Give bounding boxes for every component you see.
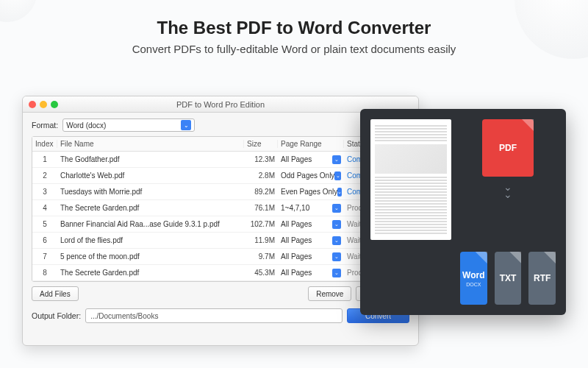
row-filename: 5 pence of the moon.pdf (57, 252, 244, 261)
chevron-down-icon: ⌄ (332, 220, 341, 229)
add-files-button[interactable]: Add Files (32, 286, 79, 301)
table-row[interactable]: 8The Secrete Garden.pdf45.3MAll Pages⌄Pr… (32, 265, 409, 281)
row-filename: Tuesdays with Morrie.pdf (57, 188, 244, 196)
row-filename: The Godfather.pdf (57, 155, 244, 163)
chevron-down-icon: ⌄ (334, 171, 341, 180)
word-label: Word (462, 270, 484, 280)
row-size: 45.3M (244, 269, 278, 277)
col-size: Size (244, 140, 278, 148)
document-preview (370, 119, 451, 240)
row-index: 1 (32, 155, 57, 163)
col-index: Index (32, 140, 57, 148)
row-page-range[interactable]: All Pages⌄ (278, 155, 344, 164)
table-row[interactable]: 2Charlotte's Web.pdf2.8MOdd Pages Only⌄C… (32, 168, 409, 184)
row-index: 5 (32, 220, 57, 228)
row-filename: The Secrete Garden.pdf (57, 204, 244, 212)
file-table: Index File Name Size Page Range Status 1… (32, 136, 409, 282)
chevron-down-icon: ⌄ (332, 155, 341, 164)
col-range: Page Range (278, 140, 344, 148)
table-row[interactable]: 6Lord of the flies.pdf11.9MAll Pages⌄Wai… (32, 233, 409, 249)
row-size: 76.1M (244, 204, 278, 212)
output-path: .../Documents/Books (90, 312, 158, 320)
row-size: 9.7M (244, 252, 278, 261)
row-filename: Charlotte's Web.pdf (57, 171, 244, 180)
row-index: 3 (32, 188, 57, 196)
format-value: Word (docx) (66, 121, 106, 130)
hero-subtitle: Convert PDFs to fully-editable Word or p… (0, 43, 588, 55)
rtf-label: RTF (534, 273, 551, 283)
row-size: 89.2M (244, 188, 278, 196)
row-page-range[interactable]: Even Pages Only⌄ (278, 188, 344, 197)
row-index: 8 (32, 269, 57, 277)
pdf-label: PDF (499, 143, 517, 153)
txt-label: TXT (500, 273, 517, 283)
rtf-format-icon: RTF (528, 252, 556, 305)
row-size: 11.9M (244, 236, 278, 244)
row-size: 102.7M (244, 220, 278, 228)
chevron-down-icon: ⌄ (332, 236, 341, 245)
table-row[interactable]: 5Banner Financial Aid Raa...ase Guide 9.… (32, 216, 409, 233)
output-folder-field[interactable]: .../Documents/Books (85, 308, 343, 323)
row-page-range[interactable]: 1~4,7,10⌄ (278, 204, 344, 213)
titlebar: PDF to Word Pro Edition (23, 96, 418, 113)
row-filename: The Secrete Garden.pdf (57, 269, 244, 277)
chevron-down-icon: ⌄ (332, 252, 341, 261)
output-label: Output Folder: (32, 311, 81, 320)
col-name: File Name (57, 140, 244, 148)
row-page-range[interactable]: All Pages⌄ (278, 269, 344, 277)
remove-button[interactable]: Remove (308, 286, 351, 301)
chevron-down-icon: ⌄ (332, 204, 341, 213)
table-row[interactable]: 1The Godfather.pdf12.3MAll Pages⌄Complet… (32, 152, 409, 168)
row-size: 12.3M (244, 155, 278, 163)
row-page-range[interactable]: All Pages⌄ (278, 220, 344, 229)
format-label: Format: (32, 121, 58, 130)
window-title: PDF to Word Pro Edition (23, 100, 418, 109)
word-format-icon: Word DOCX (460, 252, 487, 305)
chevron-down-icon: ⌄ (332, 269, 341, 277)
row-page-range[interactable]: All Pages⌄ (278, 252, 344, 261)
row-index: 7 (32, 252, 57, 261)
row-index: 4 (32, 204, 57, 212)
table-row[interactable]: 4The Secrete Garden.pdf76.1M1~4,7,10⌄Pro… (32, 200, 409, 216)
hero-title: The Best PDF to Word Converter (0, 18, 588, 38)
table-row[interactable]: 3Tuesdays with Morrie.pdf89.2MEven Pages… (32, 184, 409, 200)
row-index: 2 (32, 171, 57, 180)
row-index: 6 (32, 236, 57, 244)
table-row[interactable]: 75 pence of the moon.pdf9.7MAll Pages⌄Wa… (32, 249, 409, 265)
chevron-down-icon: ⌄ (181, 120, 191, 130)
chevron-down-icon: ⌄⌄ (503, 181, 512, 200)
txt-format-icon: TXT (495, 252, 522, 305)
hero: The Best PDF to Word Converter Convert P… (0, 0, 588, 55)
app-window: PDF to Word Pro Edition Format: Word (do… (22, 96, 419, 346)
row-filename: Banner Financial Aid Raa...ase Guide 9.3… (57, 220, 244, 228)
row-filename: Lord of the flies.pdf (57, 236, 244, 244)
row-page-range[interactable]: Odd Pages Only⌄ (278, 171, 344, 180)
format-card: PDF ⌄⌄ Word DOCX TXT RTF (360, 109, 566, 315)
word-sublabel: DOCX (466, 282, 481, 287)
table-header: Index File Name Size Page Range Status (32, 137, 409, 152)
row-size: 2.8M (244, 171, 278, 180)
pdf-format-icon: PDF (482, 119, 534, 177)
chevron-down-icon: ⌄ (337, 188, 342, 197)
format-select[interactable]: Word (docx) ⌄ (62, 118, 195, 132)
row-page-range[interactable]: All Pages⌄ (278, 236, 344, 245)
